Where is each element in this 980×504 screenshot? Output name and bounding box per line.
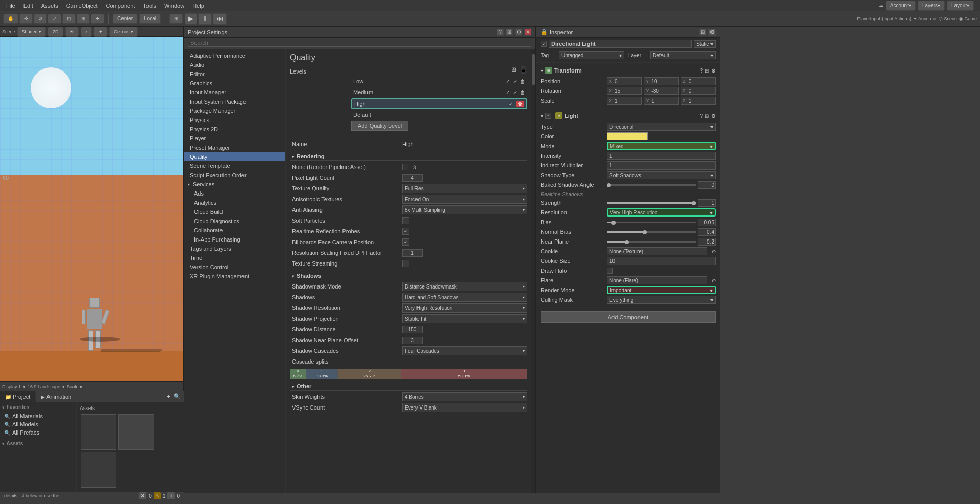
culling-mask-dropdown[interactable]: Everything▾ [607,296,716,304]
asset-item-3[interactable] [81,452,116,488]
level-check2-medium[interactable]: ✓ [513,90,517,95]
nav-input-system[interactable]: Input System Package [184,97,285,106]
resolution-dropdown[interactable]: Very High Resolution▾ [607,208,716,217]
near-plane-slider[interactable] [607,241,696,243]
gizmos-btn[interactable]: Gizmos ▾ [109,27,138,37]
play-btn[interactable]: ▶ [185,13,197,25]
near-plane-value[interactable]: 0.2 [698,238,716,246]
texture-quality-dropdown[interactable]: Full Res ▾ [402,184,527,193]
intensity-value[interactable]: 1 [607,152,716,160]
scale-y-field[interactable]: Y1 [644,97,678,105]
nav-tags-layers[interactable]: Tags and Layers [184,244,285,253]
add-quality-btn[interactable]: Add Quality Level [351,121,408,131]
transform-info-icon[interactable]: ? [700,68,703,74]
move-tool-btn[interactable]: ✛ [19,14,33,24]
light-expand-icon[interactable]: ⊞ [705,113,709,119]
menu-edit[interactable]: Edit [19,2,37,10]
baked-angle-slider[interactable] [607,184,696,186]
twod-btn[interactable]: 2D [48,27,63,37]
shadow-projection-dropdown[interactable]: Stable Fit ▾ [402,314,527,323]
nav-audio[interactable]: Audio [184,60,285,69]
search-btn[interactable]: 🔍 [174,393,181,400]
fav-prefabs[interactable]: 🔍 All Prefabs [2,428,74,437]
settings-expand-btn[interactable]: ⊞ [506,29,513,36]
static-dropdown[interactable]: Static ▾ [694,40,716,48]
shading-btn[interactable]: Shaded ▾ [17,27,46,37]
nav-physics[interactable]: Physics [184,115,285,125]
transform-expand-icon[interactable]: ⊞ [705,68,709,74]
color-swatch-container[interactable] [607,132,716,140]
nav-adaptive[interactable]: Adaptive Performance [184,51,285,60]
pos-z-field[interactable]: Z0 [681,77,716,85]
pixel-light-value[interactable]: 4 [402,174,423,182]
pos-y-field[interactable]: Y10 [644,77,678,85]
tab-animation[interactable]: ▶ Animation [36,391,77,402]
shadow-near-plane-value[interactable]: 3 [402,337,423,344]
shadows-dropdown[interactable]: Hard and Soft Shadows ▾ [402,293,527,302]
shadow-distance-value[interactable]: 150 [402,326,423,333]
resolution-scaling-value[interactable]: 1 [402,249,423,257]
vsync-dropdown[interactable]: Every V Blank ▾ [402,403,527,412]
inspector-gear-btn[interactable]: ⚙ [708,29,716,36]
nav-script-exec[interactable]: Script Execution Order [184,171,285,180]
quality-scrollbar[interactable] [531,49,535,493]
cookie-field[interactable]: None (Texture) [607,247,707,255]
nav-physics2d[interactable]: Physics 2D [184,125,285,134]
nav-xr[interactable]: XR Plugin Management [184,272,285,281]
pos-x-field[interactable]: X0 [607,77,642,85]
fav-models[interactable]: 🔍 All Models [2,420,74,428]
flare-select-icon[interactable]: ⊙ [712,278,716,283]
layout-btn[interactable]: Layout ▾ [947,1,974,11]
menu-tools[interactable]: Tools [139,2,160,10]
hand-tool-btn[interactable]: ✋ [3,14,18,24]
nav-cloud-diagnostics[interactable]: Cloud Diagnostics [184,217,285,226]
normal-bias-slider[interactable] [607,231,696,233]
nav-player[interactable]: Player [184,134,285,143]
scale-z-field[interactable]: Z1 [681,97,716,105]
cookie-select-icon[interactable]: ⊙ [712,249,716,254]
fav-materials[interactable]: 🔍 All Materials [2,412,74,420]
menu-assets[interactable]: Assets [37,2,62,10]
color-swatch[interactable] [607,132,648,140]
menu-component[interactable]: Component [102,2,139,10]
nav-analytics[interactable]: Analytics [184,198,285,207]
audio-btn[interactable]: ♪ [81,27,92,37]
scale-tool-btn[interactable]: ⤢ [48,14,61,24]
level-check-medium[interactable]: ✓ [506,90,510,95]
render-pipeline-select-icon[interactable]: ⊙ [412,164,416,170]
baked-angle-value[interactable]: 0 [698,181,716,189]
strength-slider[interactable] [607,202,696,204]
rotate-tool-btn[interactable]: ↺ [34,14,47,24]
realtime-reflections-check[interactable]: ✓ [402,228,409,235]
shadow-type-dropdown[interactable]: Soft Shadows▾ [607,171,716,179]
asset-item-1[interactable] [81,414,116,450]
level-check-low[interactable]: ✓ [506,79,510,84]
nav-collaborate[interactable]: Collaborate [184,226,285,235]
scale-x-field[interactable]: X1 [607,97,642,105]
center-btn[interactable]: Center [113,14,137,24]
texture-streaming-check[interactable] [402,260,409,267]
pause-btn[interactable]: ⏸ [198,13,212,25]
normal-bias-value[interactable]: 0.4 [698,228,716,236]
info-icon[interactable]: ℹ [167,492,175,499]
warning-icon[interactable]: ⚠ [154,492,161,499]
nav-services[interactable]: ▾Services [184,180,285,189]
type-dropdown[interactable]: Directional▾ [607,123,716,131]
obj-enabled-check[interactable]: ✓ [541,41,547,47]
layer-field[interactable]: Default ▾ [650,51,716,59]
tag-field[interactable]: Untagged ▾ [559,51,624,59]
level-check-high[interactable]: ✓ [509,101,513,107]
bias-value[interactable]: 0.05 [698,219,716,226]
local-btn[interactable]: Local [139,14,161,24]
light-toggle[interactable]: ▾ [541,113,543,119]
nav-graphics[interactable]: Graphics [184,79,285,88]
transform-toggle[interactable]: ▾ [541,68,543,74]
mode-dropdown[interactable]: Mixed▾ [607,142,716,150]
add-btn[interactable]: + [167,393,170,400]
bias-slider[interactable] [607,222,696,223]
billboards-check[interactable]: ✓ [402,238,409,246]
rot-y-field[interactable]: Y-30 [644,87,678,95]
strength-value[interactable]: 1 [698,199,716,207]
nav-in-app[interactable]: In-App Purchasing [184,235,285,244]
scrollbar-thumb[interactable] [532,54,535,85]
